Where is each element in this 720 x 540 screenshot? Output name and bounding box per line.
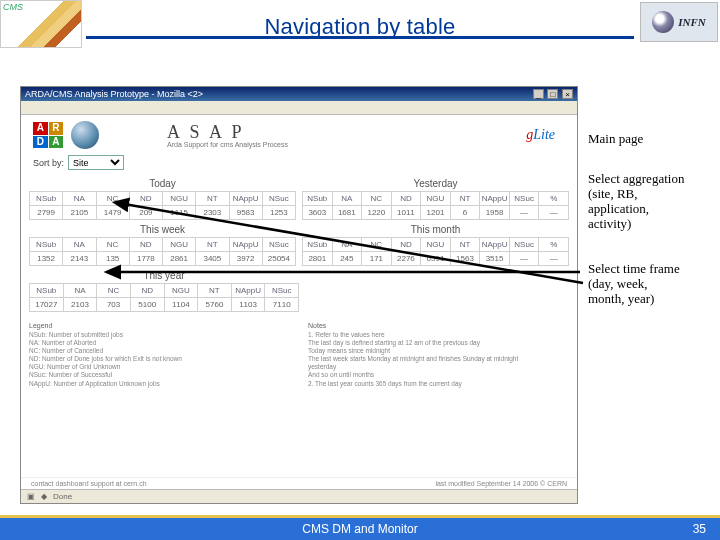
- page-number: 35: [693, 522, 706, 536]
- section-yesterday: Yesterday: [302, 174, 569, 191]
- section-today: Today: [29, 174, 296, 191]
- section-thisyear: This year: [29, 266, 299, 283]
- table-row: 3603168112201011120161958——: [303, 206, 569, 220]
- table-row: 2799210514792091115230395831253: [30, 206, 296, 220]
- table-today: NSubNANCNDNGUNTNAppUNSuc 279921051479209…: [29, 191, 296, 220]
- page-footer-line: contact dashboard support at cern.ch las…: [21, 477, 577, 489]
- brand-row: A R D A A S A P Arda Support for cms Ana…: [33, 121, 569, 149]
- notes-block: Legend NSub: Number of submitted jobs NA…: [29, 322, 569, 388]
- table-row: 17027210370351001104576011037110: [30, 298, 299, 312]
- asap-title: A S A P: [167, 122, 288, 143]
- annot-timeframe: Select time frame (day, week, month, yea…: [588, 262, 680, 307]
- status-lock-icon: ▣: [27, 492, 35, 501]
- footer-contact: contact dashboard support at cern.ch: [31, 480, 147, 487]
- arda-logo: A R D A: [33, 122, 63, 148]
- title-underline: [86, 36, 634, 39]
- browser-toolbar: [21, 101, 577, 115]
- section-thisweek: This week: [29, 220, 296, 237]
- sort-select[interactable]: Site: [68, 155, 124, 170]
- table-row: 13522143135177828613405397225054: [30, 252, 296, 266]
- asap-subtitle: Arda Support for cms Analysis Process: [167, 141, 288, 148]
- sort-row: Sort by: Site: [33, 155, 569, 170]
- globe-icon: [71, 121, 99, 149]
- infn-logo: INFN: [640, 2, 718, 42]
- footer-modified: last modified September 14 2006 © CERN: [435, 480, 567, 487]
- infn-globe-icon: [652, 11, 674, 33]
- table-thisyear: NSubNANCNDNGUNTNAppUNSuc 170272103703510…: [29, 283, 299, 312]
- glite-logo: gLite: [526, 128, 555, 142]
- annot-aggregation: Select aggregation (site, RB, applicatio…: [588, 172, 684, 232]
- notes-title: Notes: [308, 322, 569, 331]
- window-title: ARDA/CMS Analysis Prototype - Mozilla <2…: [25, 89, 203, 99]
- sort-label: Sort by:: [33, 158, 64, 168]
- browser-statusbar: ▣ ◆ Done: [21, 489, 577, 503]
- cms-logo: [0, 0, 82, 48]
- slide-header: Navigation by table INFN: [0, 0, 720, 48]
- section-thismonth: This month: [302, 220, 569, 237]
- window-buttons: _ □ ×: [532, 89, 573, 99]
- maximize-icon[interactable]: □: [547, 89, 558, 99]
- minimize-icon[interactable]: _: [533, 89, 544, 99]
- slide-footer: CMS DM and Monitor 35: [0, 518, 720, 540]
- table-thismonth: NSubNANCNDNGUNTNAppUNSuc% 28012451712276…: [302, 237, 569, 266]
- table-yesterday: NSubNANCNDNGUNTNAppUNSuc% 36031681122010…: [302, 191, 569, 220]
- status-shield-icon: ◆: [41, 492, 47, 501]
- page-content: A R D A A S A P Arda Support for cms Ana…: [21, 115, 577, 390]
- window-titlebar: ARDA/CMS Analysis Prototype - Mozilla <2…: [21, 87, 577, 101]
- infn-text: INFN: [678, 17, 706, 28]
- status-done: Done: [53, 492, 72, 501]
- annot-main: Main page: [588, 132, 643, 147]
- close-icon[interactable]: ×: [562, 89, 573, 99]
- browser-screenshot: ARDA/CMS Analysis Prototype - Mozilla <2…: [20, 86, 578, 504]
- legend-title: Legend: [29, 322, 290, 331]
- table-thisweek: NSubNANCNDNGUNTNAppUNSuc 135221431351778…: [29, 237, 296, 266]
- footer-center: CMS DM and Monitor: [302, 522, 417, 536]
- table-row: 28012451712276659115633515——: [303, 252, 569, 266]
